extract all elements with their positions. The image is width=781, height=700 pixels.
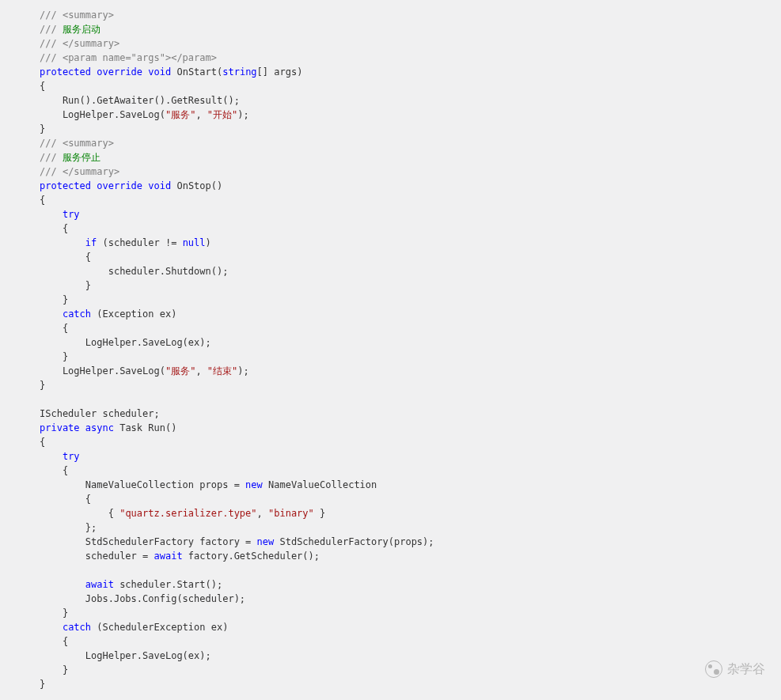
code-token: { [40, 195, 45, 206]
code-token [40, 209, 63, 220]
code-token [40, 308, 63, 320]
code-token: new [245, 479, 263, 490]
code-token: "服务" [165, 365, 195, 376]
code-token: string [222, 66, 256, 78]
code-token: } [40, 351, 68, 362]
code-token: "服务" [165, 109, 195, 120]
code-token: Run().GetAwaiter().GetResult(); [40, 95, 240, 106]
code-token: ); [237, 365, 248, 376]
code-token: "开始" [207, 109, 237, 120]
code-token: } [40, 294, 68, 305]
code-token: { [40, 494, 91, 505]
code-token: } [40, 123, 45, 134]
code-token: { [40, 81, 45, 92]
code-token: (Exception ex) [91, 308, 176, 320]
code-token: } [40, 607, 68, 619]
code-token: Jobs.Jobs.Config(scheduler); [40, 593, 245, 604]
code-token: new [257, 536, 275, 547]
code-token [40, 237, 85, 248]
code-token: } [40, 280, 91, 291]
code-token [40, 394, 45, 405]
code-token: LogHelper.SaveLog( [40, 109, 165, 120]
code-token [40, 565, 45, 576]
code-token: , [257, 508, 268, 519]
code-token: scheduler = [40, 551, 154, 562]
code-token: { [40, 465, 68, 476]
code-token: { [40, 508, 119, 519]
code-token: { [40, 437, 45, 448]
code-token: NameValueCollection [263, 479, 377, 490]
code-token: scheduler.Start(); [114, 579, 222, 590]
code-token: LogHelper.SaveLog( [40, 365, 165, 376]
code-token: protected [40, 66, 91, 78]
code-token: protected [40, 180, 91, 191]
code-token: Task Run() [114, 422, 176, 433]
code-token: } [40, 679, 45, 690]
code-token: (scheduler != [97, 237, 182, 248]
code-token: } [40, 380, 45, 391]
code-content: /// <summary> /// 服务启动 /// </summary> //… [40, 8, 781, 691]
code-token: ); [237, 109, 248, 120]
code-token: OnStart( [171, 66, 222, 78]
code-token: , [195, 109, 207, 120]
watermark-text: 杂学谷 [727, 662, 765, 676]
code-token: { [40, 252, 91, 263]
code-token: void [148, 66, 171, 78]
code-token: <summary> [63, 9, 114, 21]
code-token: StdSchedulerFactory factory = [40, 536, 257, 547]
code-token: NameValueCollection props = [40, 479, 245, 490]
code-token: LogHelper.SaveLog(ex); [40, 337, 211, 348]
code-token: { [40, 323, 68, 334]
code-token: private [40, 422, 80, 433]
code-token: </summary> [63, 38, 119, 49]
code-token: (SchedulerException ex) [91, 622, 228, 633]
code-token: override [97, 180, 142, 191]
code-token: }; [40, 522, 97, 533]
code-token: null [183, 237, 206, 248]
code-token: [] args) [257, 66, 303, 78]
code-token: try [63, 209, 80, 220]
code-token: catch [63, 622, 91, 633]
code-token: /// [40, 52, 63, 63]
code-token [40, 622, 63, 633]
code-block: /// <summary> /// 服务启动 /// </summary> //… [0, 0, 781, 699]
code-token: } [314, 508, 325, 519]
code-token: try [63, 451, 80, 462]
code-token: if [85, 237, 97, 248]
code-token: 服务启动 [63, 24, 100, 35]
code-token: /// [40, 9, 63, 21]
code-token: ) [206, 237, 211, 248]
code-token: catch [63, 308, 91, 320]
code-token: </summary> [63, 166, 119, 177]
code-token: OnStop() [171, 180, 222, 191]
code-token: "结束" [207, 365, 237, 376]
code-token: "binary" [268, 508, 314, 519]
code-token: } [40, 664, 68, 675]
code-token [80, 422, 85, 433]
code-token: /// [40, 38, 63, 49]
code-token: <param name="args"></param> [63, 52, 217, 63]
code-token: /// [40, 166, 63, 177]
code-token: override [97, 66, 142, 78]
code-token: await [85, 579, 114, 590]
watermark: 杂学谷 [705, 660, 765, 678]
code-token: StdSchedulerFactory(props); [274, 536, 434, 547]
code-token: await [154, 551, 183, 562]
code-token: scheduler.Shutdown(); [40, 266, 228, 277]
code-token: { [40, 636, 68, 647]
code-token: { [40, 223, 68, 234]
code-token: "quartz.serializer.type" [119, 508, 256, 519]
code-token: <summary> [63, 138, 114, 149]
code-token: , [195, 365, 207, 376]
code-token [40, 579, 85, 590]
wechat-icon [705, 660, 722, 678]
code-token: IScheduler scheduler; [40, 408, 160, 419]
code-token: LogHelper.SaveLog(ex); [40, 650, 211, 661]
code-token [40, 451, 63, 462]
code-token: 服务停止 [63, 152, 100, 163]
code-token: async [85, 422, 114, 433]
code-token: /// [40, 152, 63, 163]
code-token: void [148, 180, 171, 191]
code-token: /// [40, 24, 63, 35]
code-token: factory.GetScheduler(); [183, 551, 320, 562]
